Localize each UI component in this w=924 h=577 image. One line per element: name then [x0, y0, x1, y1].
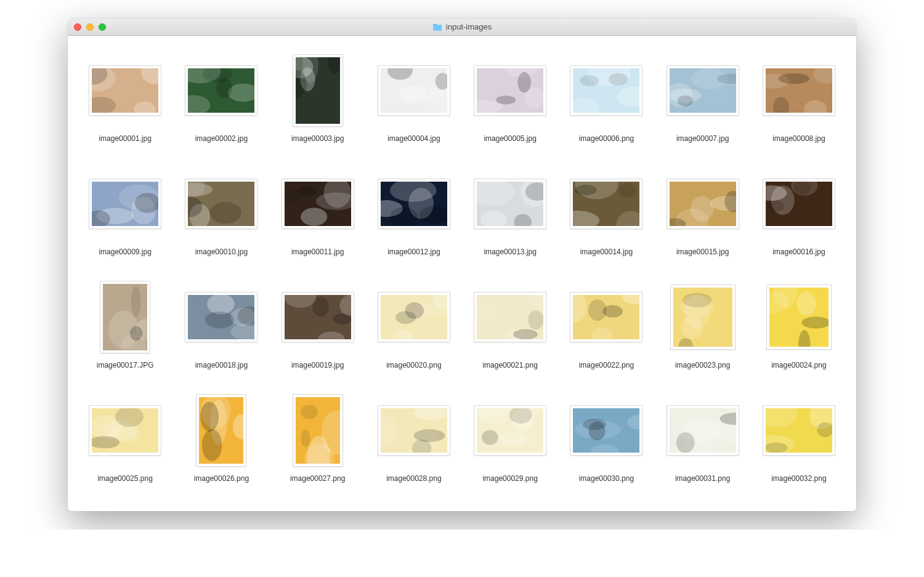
file-item[interactable]: image00009.jpg [80, 167, 170, 256]
file-item[interactable]: image00020.png [369, 281, 459, 369]
file-item[interactable]: image00004.jpg [369, 54, 459, 143]
file-thumbnail[interactable] [474, 405, 546, 456]
file-name-label[interactable]: image00021.png [482, 361, 537, 369]
file-item[interactable]: image00003.jpg [273, 54, 363, 143]
file-name-label[interactable]: image00030.png [579, 474, 634, 483]
file-thumbnail[interactable] [766, 284, 832, 350]
file-thumbnail[interactable] [667, 179, 739, 229]
file-name-label[interactable]: image00010.jpg [195, 248, 248, 256]
minimize-button[interactable] [86, 23, 94, 31]
file-name-label[interactable]: image00015.jpg [676, 248, 729, 256]
file-name-label[interactable]: image00002.jpg [195, 134, 248, 143]
file-thumbnail[interactable] [474, 65, 546, 116]
file-name-label[interactable]: image00013.jpg [484, 248, 536, 256]
file-item[interactable]: image00018.jpg [176, 281, 266, 369]
file-name-label[interactable]: image00004.jpg [387, 134, 440, 143]
file-item[interactable]: image00022.png [561, 281, 651, 369]
file-thumbnail[interactable] [474, 179, 546, 229]
file-item[interactable]: image00029.png [465, 394, 555, 483]
file-thumbnail[interactable] [89, 405, 161, 456]
file-item[interactable]: image00011.jpg [273, 167, 363, 256]
file-thumbnail[interactable] [378, 65, 450, 116]
file-item[interactable]: image00012.jpg [369, 167, 459, 256]
file-thumbnail[interactable] [196, 394, 246, 467]
file-thumbnail[interactable] [100, 281, 150, 353]
icon-view-content[interactable]: image00001.jpgimage00002.jpgimage00003.j… [68, 36, 856, 511]
file-item[interactable]: image00017.JPG [80, 281, 170, 369]
file-name-label[interactable]: image00014.jpg [580, 248, 633, 256]
file-name-label[interactable]: image00018.jpg [195, 361, 248, 369]
file-name-label[interactable]: image00024.png [771, 361, 826, 369]
file-item[interactable]: image00008.jpg [754, 54, 844, 143]
file-thumbnail[interactable] [378, 405, 450, 456]
file-name-label[interactable]: image00016.jpg [772, 248, 825, 256]
file-thumbnail[interactable] [185, 292, 257, 342]
file-name-label[interactable]: image00027.png [290, 474, 345, 483]
file-thumbnail[interactable] [293, 394, 343, 467]
file-thumbnail[interactable] [89, 65, 161, 116]
file-name-label[interactable]: image00023.png [675, 361, 730, 369]
file-thumbnail[interactable] [667, 405, 739, 456]
file-thumbnail[interactable] [378, 179, 450, 229]
zoom-button[interactable] [99, 23, 106, 31]
file-name-label[interactable]: image00017.JPG [97, 361, 154, 369]
file-item[interactable]: image00007.jpg [658, 54, 748, 143]
file-item[interactable]: image00025.png [80, 394, 170, 483]
file-thumbnail[interactable] [570, 405, 642, 456]
file-thumbnail[interactable] [670, 284, 736, 350]
file-name-label[interactable]: image00019.jpg [291, 361, 344, 369]
file-thumbnail[interactable] [89, 179, 161, 229]
file-item[interactable]: image00028.png [369, 394, 459, 483]
file-thumbnail[interactable] [282, 179, 354, 229]
file-item[interactable]: image00024.png [754, 281, 844, 369]
close-button[interactable] [74, 23, 81, 31]
file-name-label[interactable]: image00006.png [579, 134, 634, 143]
file-item[interactable]: image00005.jpg [465, 54, 555, 143]
file-name-label[interactable]: image00005.jpg [484, 134, 536, 143]
file-thumbnail[interactable] [474, 292, 546, 342]
file-name-label[interactable]: image00008.jpg [772, 134, 825, 143]
file-thumbnail[interactable] [570, 179, 642, 229]
file-item[interactable]: image00031.png [658, 394, 748, 483]
file-item[interactable]: image00002.jpg [176, 54, 266, 143]
file-thumbnail[interactable] [763, 405, 835, 456]
file-name-label[interactable]: image00012.jpg [387, 248, 440, 256]
file-name-label[interactable]: image00026.png [194, 474, 249, 483]
file-name-label[interactable]: image00029.png [482, 474, 537, 483]
file-name-label[interactable]: image00009.jpg [99, 248, 151, 256]
file-thumbnail[interactable] [570, 292, 642, 342]
file-item[interactable]: image00032.png [754, 394, 844, 483]
file-name-label[interactable]: image00022.png [579, 361, 634, 369]
file-item[interactable]: image00023.png [658, 281, 748, 369]
file-item[interactable]: image00030.png [561, 394, 651, 483]
file-thumbnail[interactable] [185, 179, 257, 229]
titlebar[interactable]: input-images [68, 18, 856, 36]
file-item[interactable]: image00016.jpg [754, 167, 844, 256]
file-name-label[interactable]: image00031.png [675, 474, 730, 483]
file-thumbnail[interactable] [282, 292, 354, 342]
file-item[interactable]: image00010.jpg [176, 167, 266, 256]
file-item[interactable]: image00006.png [561, 54, 651, 143]
file-item[interactable]: image00001.jpg [80, 54, 170, 143]
file-thumbnail[interactable] [378, 292, 450, 342]
file-item[interactable]: image00021.png [465, 281, 555, 369]
file-item[interactable]: image00019.jpg [273, 281, 363, 369]
file-item[interactable]: image00027.png [273, 394, 363, 483]
file-name-label[interactable]: image00020.png [386, 361, 441, 369]
file-item[interactable]: image00026.png [176, 394, 266, 483]
file-thumbnail[interactable] [763, 179, 835, 229]
file-name-label[interactable]: image00032.png [771, 474, 826, 483]
file-name-label[interactable]: image00011.jpg [291, 248, 344, 256]
file-thumbnail[interactable] [570, 65, 642, 116]
file-name-label[interactable]: image00007.jpg [676, 134, 729, 143]
file-item[interactable]: image00014.jpg [561, 167, 651, 256]
file-item[interactable]: image00013.jpg [465, 167, 555, 256]
file-item[interactable]: image00015.jpg [658, 167, 748, 256]
file-thumbnail[interactable] [293, 54, 343, 127]
file-thumbnail[interactable] [185, 65, 257, 116]
file-name-label[interactable]: image00028.png [386, 474, 441, 483]
file-name-label[interactable]: image00001.jpg [99, 134, 151, 143]
file-name-label[interactable]: image00025.png [97, 474, 152, 483]
file-thumbnail[interactable] [763, 65, 835, 116]
file-name-label[interactable]: image00003.jpg [291, 134, 344, 143]
